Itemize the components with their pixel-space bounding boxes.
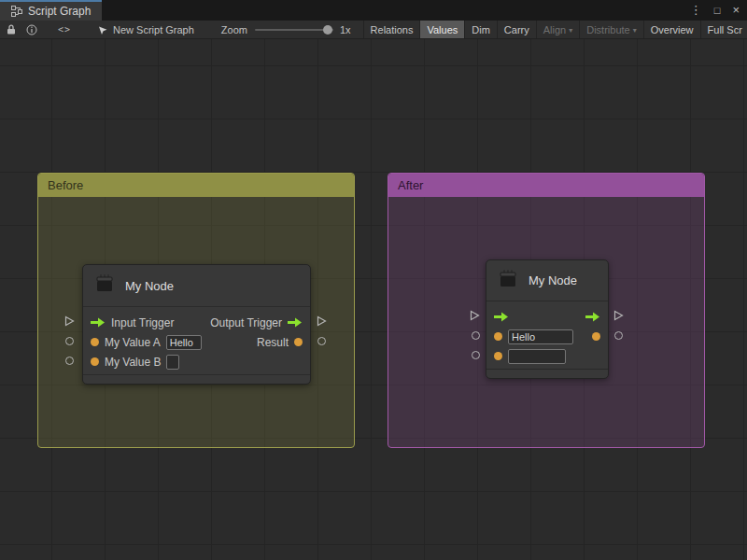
relations-button[interactable]: Relations	[363, 21, 420, 39]
lock-icon[interactable]	[7, 24, 16, 35]
value-endpoint-icon[interactable]	[472, 331, 480, 340]
value-input-port[interactable]	[494, 332, 502, 341]
value-output-port[interactable]	[294, 338, 303, 346]
flow-endpoint-icon[interactable]	[63, 315, 75, 327]
value-a-field[interactable]	[508, 329, 573, 344]
node-after[interactable]: My Node	[486, 259, 609, 379]
flow-input-port[interactable]	[494, 312, 509, 322]
fullscreen-label: Full Scr	[708, 24, 742, 35]
zoom-label: Zoom	[221, 24, 247, 35]
node-ports	[486, 301, 608, 369]
value-b-field[interactable]	[508, 349, 566, 364]
group-after-header[interactable]: After	[388, 174, 704, 197]
script-graph-icon	[11, 6, 22, 17]
info-icon[interactable]	[26, 24, 37, 35]
code-icon[interactable]: <>	[58, 24, 71, 35]
carry-button[interactable]: Carry	[497, 21, 536, 39]
tab-title: Script Graph	[28, 5, 91, 18]
flow-endpoint-icon[interactable]	[613, 310, 624, 321]
value-endpoint-icon[interactable]	[614, 331, 623, 340]
my-node-icon	[92, 272, 117, 300]
value-endpoint-icon[interactable]	[472, 351, 480, 359]
carry-label: Carry	[504, 24, 529, 35]
value-b-field[interactable]	[166, 355, 179, 370]
value-input-port[interactable]	[494, 352, 502, 360]
graph-name: New Script Graph	[113, 24, 194, 35]
relations-label: Relations	[371, 24, 414, 35]
port-row	[486, 307, 608, 327]
close-icon[interactable]: ×	[732, 0, 740, 21]
distribute-label: Distribute	[586, 24, 629, 35]
align-button[interactable]: Align ▾	[536, 21, 579, 39]
window-controls: ⋮ □ ×	[678, 0, 747, 21]
flow-input-port[interactable]	[91, 317, 106, 328]
node-footer	[83, 374, 310, 384]
group-after-title: After	[398, 178, 423, 192]
port-row	[486, 327, 608, 346]
value-endpoint-icon[interactable]	[317, 337, 326, 345]
values-button[interactable]: Values	[419, 21, 464, 39]
zoom-value: 1x	[340, 24, 351, 35]
window-menu-icon[interactable]: ⋮	[690, 0, 702, 21]
tab-script-graph[interactable]: Script Graph	[0, 0, 102, 21]
group-before-title: Before	[48, 178, 83, 192]
node-title: My Node	[529, 273, 577, 287]
port-label: My Value A	[105, 336, 161, 349]
port-label: Input Trigger	[111, 316, 174, 329]
values-label: Values	[427, 24, 458, 35]
port-row: Input Trigger Output Trigger	[83, 313, 310, 332]
node-footer	[486, 369, 608, 378]
value-endpoint-icon[interactable]	[65, 357, 74, 365]
flow-output-port[interactable]	[585, 312, 600, 322]
distribute-button[interactable]: Distribute ▾	[579, 21, 642, 39]
value-a-field[interactable]	[166, 335, 202, 350]
port-label: My Value B	[105, 356, 161, 369]
graph-toolbar: <> New Script Graph Zoom 1x Relations Va…	[0, 21, 747, 39]
graph-canvas[interactable]: Before After My Node	[0, 39, 747, 560]
fullscreen-button[interactable]: Full Scr	[700, 21, 747, 39]
dim-button[interactable]: Dim	[464, 21, 497, 39]
maximize-icon[interactable]: □	[714, 0, 721, 21]
node-after-header[interactable]: My Node	[486, 260, 608, 301]
zoom-slider-knob[interactable]	[323, 25, 332, 35]
flow-endpoint-icon[interactable]	[316, 315, 327, 327]
port-row	[486, 346, 608, 366]
zoom-slider[interactable]	[255, 29, 333, 31]
node-before[interactable]: My Node Input Trigger Output Trigger	[82, 264, 311, 385]
node-before-header[interactable]: My Node	[83, 265, 310, 307]
chevron-down-icon: ▾	[633, 26, 637, 35]
value-endpoint-icon[interactable]	[65, 337, 74, 345]
overview-label: Overview	[651, 24, 694, 35]
node-title: My Node	[125, 279, 174, 293]
my-node-icon	[496, 267, 520, 295]
group-before-header[interactable]: Before	[38, 174, 354, 197]
window-tab-bar: Script Graph ⋮ □ ×	[0, 0, 747, 21]
chevron-down-icon: ▾	[569, 26, 572, 35]
flow-output-port[interactable]	[288, 317, 303, 328]
port-label: Result	[257, 336, 289, 349]
value-input-port[interactable]	[91, 338, 99, 346]
flow-endpoint-icon[interactable]	[469, 310, 480, 321]
port-label: Output Trigger	[210, 316, 282, 329]
dim-label: Dim	[472, 24, 490, 35]
port-row: My Value B	[83, 352, 310, 371]
align-label: Align	[543, 24, 566, 35]
overview-button[interactable]: Overview	[643, 21, 700, 39]
value-input-port[interactable]	[91, 357, 99, 366]
port-row: My Value A Result	[83, 332, 310, 352]
node-ports: Input Trigger Output Trigger My Value A …	[83, 307, 310, 374]
graph-pointer-icon	[97, 24, 108, 35]
value-output-port[interactable]	[592, 332, 600, 341]
